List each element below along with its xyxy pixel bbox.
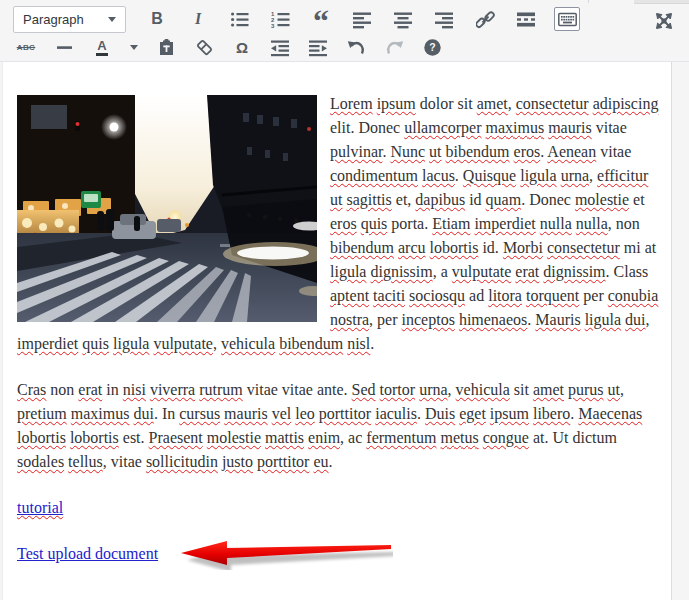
paragraph-tutorial-link: tutorial [17,496,664,520]
strikethrough-icon: ABC [17,43,36,52]
text-color-button[interactable]: A [89,35,115,59]
clear-formatting-button[interactable] [191,35,217,59]
clear-formatting-icon [195,38,214,57]
horizontal-rule-icon [55,38,74,57]
bold-button[interactable]: B [144,7,170,31]
text-color-picker-button[interactable] [127,35,141,59]
misspelled-word: eget [459,405,486,422]
misspelled-word: nulla [540,215,572,232]
misspelled-word: imperdiet [474,215,535,232]
misspelled-word: condimentum [330,167,418,184]
misspelled-word: vel [272,405,292,422]
numbered-list-button[interactable]: 123 [267,7,293,31]
misspelled-word: nisi [123,381,146,398]
editor-content-area[interactable]: Lorem ipsum dolor sit amet, consectetur … [2,62,672,600]
misspelled-word: dignissim [370,263,432,280]
undo-button[interactable] [343,35,369,59]
misspelled-word: urna [419,381,447,398]
misspelled-word: molestie [575,191,629,208]
read-more-button[interactable] [513,7,539,31]
editor-toolbar: Paragraph BI123“ ABCAΩ? [0,0,689,62]
street-photo[interactable] [17,95,317,322]
misspelled-word: ut [330,191,342,208]
test-upload-document-link[interactable]: Test upload document [17,545,158,562]
misspelled-word: Etiam [432,215,470,232]
misspelled-word: urna [561,167,589,184]
misspelled-word: dignissim [543,263,605,280]
misspelled-word: dapibus [415,191,465,208]
fullscreen-button[interactable] [651,9,677,33]
misspelled-word: rutrum [199,381,243,398]
misspelled-word: tellus [68,453,103,470]
misspelled-word: erat [515,263,539,280]
misspelled-word: Duis [425,405,455,422]
blockquote-button[interactable]: “ [308,7,334,31]
italic-icon: I [195,10,201,28]
misspelled-word: amet [477,95,508,112]
align-left-button[interactable] [349,7,375,31]
misspelled-word: Maecenas [578,405,642,422]
horizontal-rule-button[interactable] [51,35,77,59]
bulleted-list-button[interactable] [226,7,252,31]
misspelled-word: vehicula [456,381,510,398]
bold-icon: B [151,10,163,28]
misspelled-word: bibendum [446,143,510,160]
misspelled-word: imperdiet [17,335,78,352]
misspelled-word: nostra [330,311,369,328]
misspelled-word: lobortis [70,429,119,446]
misspelled-word: nisl [347,335,370,352]
misspelled-word: tutorial [17,499,63,516]
outdent-icon [271,38,290,57]
misspelled-word: Sed [352,381,376,398]
misspelled-word: maximus [486,119,545,136]
misspelled-word: arcu [398,239,426,256]
outdent-button[interactable] [267,35,293,59]
misspelled-word: enim [308,429,340,446]
paste-as-text-button[interactable] [153,35,179,59]
misspelled-word: eros [514,143,541,160]
indent-button[interactable] [305,35,331,59]
fullscreen-icon [654,11,674,31]
misspelled-word: sollicitudin [146,453,218,470]
toolbar-toggle-icon [558,10,577,29]
misspelled-word: metus [441,429,479,446]
misspelled-word: molestie [207,429,261,446]
misspelled-word: Morbi [503,239,543,256]
align-right-icon [435,10,454,29]
misspelled-word: lobortis [17,429,66,446]
insert-link-button[interactable] [472,7,498,31]
misspelled-word: sociosqu [409,287,465,304]
misspelled-word: Quisque [463,167,516,184]
misspelled-word: leo [295,405,315,422]
align-center-icon [394,10,413,29]
misspelled-word: maximus [71,405,130,422]
align-right-button[interactable] [431,7,457,31]
chevron-down-icon [108,17,116,22]
text-tab-edge [634,0,689,4]
misspelled-word: ullamcorper [404,119,481,136]
redo-button[interactable] [381,35,407,59]
bulleted-list-icon [230,10,249,29]
toolbar-toggle-button[interactable] [554,7,580,31]
misspelled-word: sodales [17,453,64,470]
misspelled-word: ligula [330,263,366,280]
misspelled-word: iaculis [375,405,417,422]
misspelled-word: vulputate [153,335,213,352]
misspelled-word: porttitor [257,453,309,470]
misspelled-word: ipsum [377,95,416,112]
misspelled-word: sagittis [346,191,391,208]
align-center-button[interactable] [390,7,416,31]
special-character-button[interactable]: Ω [229,35,255,59]
misspelled-word: lacus [422,167,455,184]
strikethrough-button[interactable]: ABC [13,35,39,59]
tutorial-link[interactable]: tutorial [17,499,63,516]
format-select[interactable]: Paragraph [13,6,126,33]
misspelled-word: aptent [330,287,369,304]
paste-as-text-icon [157,38,176,57]
misspelled-word: congue [483,429,529,446]
misspelled-word: erat [78,381,102,398]
misspelled-word: inceptos [402,311,455,328]
misspelled-word: pulvinar [330,143,382,160]
italic-button[interactable]: I [185,7,211,31]
help-button[interactable]: ? [419,35,445,59]
